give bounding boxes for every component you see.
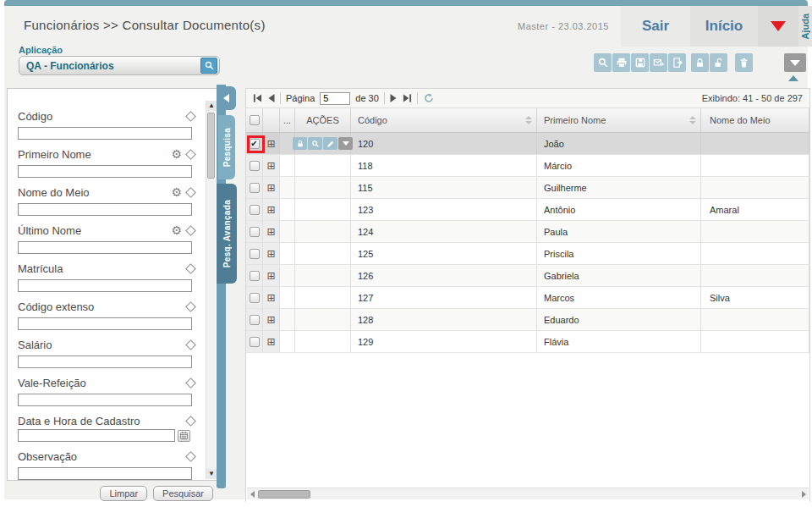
expand-row-icon[interactable]: ⊞ [266,270,275,282]
row-checkbox[interactable] [250,271,260,281]
nome-do-meio-input[interactable] [18,203,192,216]
unlock-button[interactable] [710,53,727,72]
row-checkbox[interactable] [250,161,260,171]
tab-pesquisa[interactable]: Pesquisa [218,115,235,179]
sort-icon[interactable] [525,116,532,124]
data-hora-cadastro-input[interactable] [18,429,175,442]
next-page-button[interactable] [390,94,398,102]
first-page-button[interactable] [253,94,262,102]
collapse-sidebar-button[interactable] [217,86,236,110]
diamond-icon[interactable] [185,225,196,236]
vale-refeicao-input[interactable] [18,394,192,406]
menu-dropdown-button[interactable] [758,6,798,47]
table-row[interactable]: ⊞ 125 Priscila [246,243,809,265]
expand-row-icon[interactable]: ⊞ [266,314,275,326]
row-view-button[interactable] [308,137,322,150]
diamond-icon[interactable] [185,111,196,122]
send-mail-button[interactable] [650,53,667,72]
page-number-input[interactable] [320,92,350,105]
tab-pesq-avancada[interactable]: Pesq. Avançada [217,184,237,284]
hscrollbar-thumb[interactable] [258,490,310,499]
delete-button[interactable] [735,53,753,72]
scroll-up-icon[interactable]: ▲ [206,101,217,111]
table-row[interactable]: ⊞ 123 Antônio Amaral [246,199,809,221]
table-row[interactable]: ⊞ 129 Flávia [246,331,809,353]
save-button[interactable] [631,53,649,72]
logout-button[interactable]: Sair [621,6,690,47]
codigo-input[interactable] [18,127,192,140]
diamond-icon[interactable] [185,339,196,350]
diamond-icon[interactable] [185,301,196,312]
row-checkbox[interactable] [250,315,260,325]
diamond-icon[interactable] [185,377,196,389]
print-button[interactable] [612,53,630,72]
diamond-icon[interactable] [185,451,196,462]
table-row[interactable]: ⊞ 115 Guilherme [246,177,809,199]
row-checkbox[interactable] [250,249,260,259]
scroll-left-icon[interactable] [248,490,256,499]
application-select[interactable]: QA - Funcionários [19,56,220,75]
ultimo-nome-input[interactable] [18,241,192,254]
table-row[interactable]: ⊞ 126 Gabriela [246,265,809,287]
table-row[interactable]: ⊞ 118 Márcio [246,155,809,177]
scroll-right-icon[interactable] [799,490,808,499]
scrollbar-thumb[interactable] [207,113,215,179]
expand-row-icon[interactable]: ⊞ [266,336,275,348]
toolbar-more-button[interactable] [784,53,806,72]
gear-icon[interactable]: ⚙ [171,225,182,235]
row-checkbox-checked[interactable]: ✔ [250,139,260,149]
row-checkbox[interactable] [250,293,260,303]
home-button[interactable]: Início [690,6,758,47]
header-primeiro-nome[interactable]: Primeiro Nome [537,108,701,132]
prev-page-button[interactable] [267,94,275,102]
cell-primeiro-nome: Márcio [537,155,701,176]
gear-icon[interactable]: ⚙ [171,187,182,197]
diamond-icon[interactable] [185,263,196,274]
row-checkbox[interactable] [250,205,260,215]
expand-row-icon[interactable]: ⊞ [266,204,275,216]
expand-row-icon[interactable]: ⊞ [266,248,275,260]
help-tab[interactable]: Ajuda [798,6,812,47]
search-button[interactable] [594,53,612,72]
codigo-extenso-input[interactable] [18,317,192,330]
expand-row-icon[interactable]: ⊞ [266,292,275,304]
salario-input[interactable] [18,355,192,368]
diamond-icon[interactable] [185,187,196,198]
last-page-button[interactable] [403,94,412,102]
lock-button[interactable] [691,53,709,72]
diamond-icon[interactable] [185,416,196,427]
collapse-toolbar-icon[interactable] [788,75,798,81]
row-lock-button[interactable] [293,137,307,150]
table-row[interactable]: ⊞ 128 Eduardo [246,309,809,331]
diamond-icon[interactable] [185,149,196,160]
row-edit-button[interactable] [323,137,337,150]
expand-row-icon[interactable]: ⊞ [266,160,275,172]
search-icon [597,57,609,69]
gear-icon[interactable]: ⚙ [171,149,182,159]
clear-button[interactable]: Limpar [100,486,147,501]
select-all-checkbox[interactable] [250,115,260,125]
header-nome-do-meio[interactable]: Nome do Meio [701,108,809,132]
search-submit-button[interactable]: Pesquisar [153,486,213,501]
application-search-button[interactable] [200,58,217,74]
table-row[interactable]: ⊞ 124 Paula [246,221,809,243]
matricula-input[interactable] [18,279,192,292]
row-checkbox[interactable] [250,227,260,237]
refresh-button[interactable] [423,92,435,104]
table-row[interactable]: ⊞ 127 Marcos Silva [246,287,809,309]
primeiro-nome-input[interactable] [18,165,192,178]
calendar-button[interactable] [178,430,190,442]
observacao-input[interactable] [18,467,192,480]
header-codigo[interactable]: Código [351,108,537,132]
sidebar-scrollbar[interactable]: ▲ ▼ [206,101,216,479]
sort-icon[interactable] [689,116,696,124]
scroll-down-icon[interactable]: ▼ [206,469,217,479]
expand-row-icon[interactable]: ⊞ [266,138,275,150]
expand-row-icon[interactable]: ⊞ [266,226,275,238]
horizontal-scrollbar[interactable] [247,488,809,499]
export-button[interactable] [668,53,686,72]
table-row[interactable]: ✔ ⊞ 120 João [246,133,809,155]
row-checkbox[interactable] [250,337,260,347]
row-checkbox[interactable] [250,183,260,193]
expand-row-icon[interactable]: ⊞ [266,182,275,194]
